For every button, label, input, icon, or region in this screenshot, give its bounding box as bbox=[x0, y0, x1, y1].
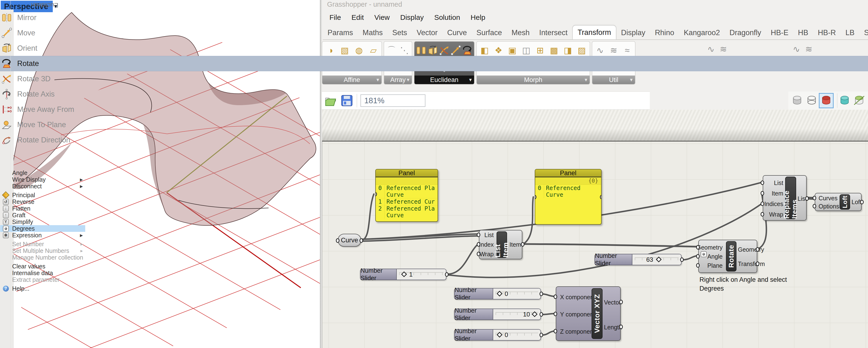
vector-length-nub[interactable] bbox=[619, 325, 623, 329]
slider-angle-track[interactable]: 63 bbox=[632, 254, 681, 265]
listitem-input-index: Index bbox=[479, 241, 494, 248]
rotate-geometry-nub[interactable] bbox=[696, 245, 700, 250]
replace-items-component[interactable]: List Item Indices Wrap Replace Items Lis… bbox=[763, 175, 807, 221]
rotate-geometry-out-nub[interactable] bbox=[756, 247, 760, 252]
slider-y-nub[interactable] bbox=[539, 312, 543, 317]
degrees-icon bbox=[3, 226, 9, 232]
menu-item-move-to-plane[interactable]: Move To Plane bbox=[0, 117, 868, 133]
listitem-wrap-nub[interactable] bbox=[477, 252, 480, 256]
loft-component[interactable]: Curves Options Loft Loft bbox=[815, 193, 862, 211]
replace-wrap-nub[interactable] bbox=[761, 212, 764, 216]
vector-y-nub[interactable] bbox=[554, 312, 557, 316]
number-slider-angle[interactable]: Number Slider 63 bbox=[594, 254, 682, 265]
ctx-item-help[interactable]: ? Help... bbox=[0, 285, 85, 292]
menu-item-move-away-from[interactable]: Move Away From bbox=[0, 102, 868, 117]
slider-angle-nub[interactable] bbox=[680, 257, 684, 262]
panel2-title: Panel bbox=[535, 170, 601, 177]
principal-icon: → bbox=[2, 191, 9, 199]
loft-out-nub[interactable] bbox=[860, 200, 864, 204]
loft-input-options: Options bbox=[818, 203, 839, 210]
menu-item-mirror[interactable]: Mirror bbox=[0, 10, 868, 25]
replace-list-nub[interactable] bbox=[761, 180, 764, 185]
angle-degrees-badge-icon[interactable] bbox=[701, 251, 707, 257]
listitem-input-wrap: Wrap bbox=[479, 251, 494, 258]
listitem-item-nub[interactable] bbox=[521, 242, 525, 246]
panel-component-1[interactable]: Panel 0 Referenced PlaCurve 1 Referenced… bbox=[375, 169, 438, 222]
vector-vector-nub[interactable] bbox=[619, 300, 623, 304]
curve-output-nub[interactable] bbox=[360, 238, 363, 243]
rotate-input-angle: Angle bbox=[707, 253, 723, 260]
angle-context-menu: Angle Wire Display ▶ Disconnect ▶ → Prin… bbox=[0, 168, 86, 291]
replace-indices-nub[interactable] bbox=[761, 202, 764, 206]
slider-index-track[interactable]: 1 bbox=[397, 269, 446, 280]
ctx-item-degrees-selected[interactable]: Degrees bbox=[0, 225, 85, 232]
ctx-item-principal[interactable]: → Principal bbox=[0, 192, 85, 198]
annotation-note: Right click on Angle and select Degrees bbox=[700, 276, 787, 293]
loft-curves-nub[interactable] bbox=[813, 196, 816, 200]
panel-component-2[interactable]: Panel {0} 0 Referenced Curve bbox=[535, 169, 601, 225]
vector-name-box: Vector XYZ bbox=[592, 288, 602, 339]
slider-y-track[interactable]: 10 bbox=[493, 309, 540, 320]
ctx-item-graft[interactable]: ↑ Graft bbox=[0, 212, 85, 219]
vector-input-x: X component bbox=[560, 294, 595, 301]
ctx-item-angle[interactable]: Angle bbox=[0, 170, 85, 176]
slider-x-nub[interactable] bbox=[539, 292, 543, 296]
menu-item-orient[interactable]: Orient bbox=[0, 40, 868, 56]
panel2-body: 0 Referenced Curve bbox=[535, 185, 601, 198]
ctx-item-extract-parameter: Extract parameter bbox=[0, 276, 85, 283]
ctx-item-expression[interactable]: ✱ Expression ▶ bbox=[0, 232, 85, 238]
rotate-transform-out-nub[interactable] bbox=[756, 261, 760, 266]
ctx-item-simplify[interactable]: Y Simplify bbox=[0, 219, 85, 225]
vector-z-nub[interactable] bbox=[554, 329, 557, 334]
ctx-item-flatten[interactable]: ↓ Flatten bbox=[0, 205, 85, 212]
panel2-output-nub[interactable] bbox=[600, 195, 601, 199]
ctx-item-clear-values[interactable]: Clear values bbox=[0, 263, 85, 270]
rotate-input-plane: Plane bbox=[707, 262, 723, 269]
replace-input-item: Item bbox=[772, 190, 783, 197]
slider-z-value: 0 bbox=[505, 331, 508, 339]
rotate-plane-nub[interactable] bbox=[696, 263, 700, 268]
replace-item-nub[interactable] bbox=[761, 191, 764, 196]
panel2-path-badge: {0} bbox=[588, 178, 598, 184]
menu-item-rotate-selected[interactable]: Rotate bbox=[0, 56, 868, 71]
slider-index-nub[interactable] bbox=[445, 272, 448, 277]
menu-item-rotate-3d[interactable]: Rotate 3D bbox=[0, 71, 868, 87]
list-item-component[interactable]: List Index Wrap List Item Item bbox=[479, 230, 522, 259]
slider-z-nub[interactable] bbox=[539, 333, 543, 337]
listitem-output-item: Item bbox=[509, 241, 521, 248]
vector-input-y: Y component bbox=[560, 311, 595, 318]
number-slider-x[interactable]: Number Slider 0 bbox=[454, 288, 541, 299]
slider-x-track[interactable]: 0 bbox=[493, 289, 540, 299]
submenu-arrow-icon: ▶ bbox=[80, 177, 83, 182]
screen: Perspective ▼ Grasshopper - unnamed File… bbox=[0, 0, 868, 348]
vector-xyz-component[interactable]: X component Y component Z component Vect… bbox=[556, 286, 621, 341]
panel2-row: 0 Referenced Curve bbox=[535, 185, 601, 198]
replace-list-out-nub[interactable] bbox=[805, 196, 809, 201]
menu-item-rotate-direction[interactable]: Rotate Direction bbox=[0, 133, 868, 148]
listitem-list-nub[interactable] bbox=[477, 233, 480, 237]
rotate-angle-nub[interactable] bbox=[696, 254, 700, 259]
vector-x-nub[interactable] bbox=[554, 294, 557, 299]
loft-name-box: Loft bbox=[840, 194, 850, 210]
ctx-item-internalise-data[interactable]: Internalise data bbox=[0, 270, 85, 276]
slider-z-track[interactable]: 0 bbox=[493, 329, 540, 340]
number-slider-y[interactable]: Number Slider 10 bbox=[454, 309, 541, 320]
number-slider-z[interactable]: Number Slider 0 bbox=[454, 329, 541, 341]
move-to-plane-icon bbox=[1, 119, 12, 130]
rotate-component[interactable]: Geometry Angle Plane Rotate Geometry Tra… bbox=[698, 240, 757, 273]
ctx-item-wire-display[interactable]: Wire Display ▶ bbox=[0, 176, 85, 183]
ctx-item-reverse[interactable]: ↺ Reverse bbox=[0, 198, 85, 205]
curve-input-nub[interactable] bbox=[336, 238, 339, 243]
menu-item-move[interactable]: Move bbox=[0, 25, 868, 40]
menu-item-rotate-axis[interactable]: Rotate Axis bbox=[0, 87, 868, 102]
replace-input-list: List bbox=[774, 179, 783, 186]
panel1-title: Panel bbox=[376, 170, 438, 177]
panel1-row: 2 Referenced PlaCurve bbox=[376, 205, 438, 219]
curve-param-component[interactable]: Curve bbox=[338, 234, 361, 246]
replace-name-box: Replace Items bbox=[785, 177, 796, 219]
listitem-index-nub[interactable] bbox=[477, 242, 480, 246]
rotate-output-transform: Transform bbox=[738, 261, 765, 267]
number-slider-index[interactable]: Number Slider 1 bbox=[360, 269, 446, 280]
ctx-item-disconnect[interactable]: Disconnect ▶ bbox=[0, 183, 85, 190]
loft-options-nub[interactable] bbox=[813, 204, 816, 208]
